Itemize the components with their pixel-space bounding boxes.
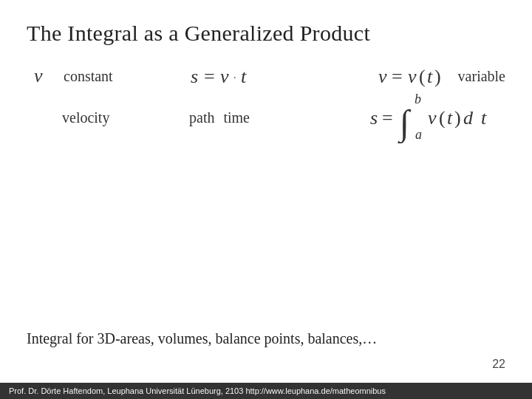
svg-text:): ) <box>454 107 461 129</box>
svg-text:d: d <box>463 107 474 129</box>
footer-bar: Prof. Dr. Dörte Haftendom, Leuphana Univ… <box>0 383 532 399</box>
svg-text:s: s <box>191 66 198 87</box>
svg-text:v: v <box>428 107 437 129</box>
vvt-formula-svg: v = v ( t ) <box>377 62 451 90</box>
row2-mid: path time <box>189 109 250 126</box>
svg-text:v: v <box>408 66 417 87</box>
svg-text:v: v <box>220 66 229 87</box>
footer-text: Prof. Dr. Dörte Haftendom, Leuphana Univ… <box>9 386 386 395</box>
label-constant: constant <box>64 68 113 85</box>
svg-text:t: t <box>447 107 453 129</box>
row1-left: v constant <box>34 65 182 87</box>
svg-text:=: = <box>392 66 403 87</box>
svg-text:=: = <box>382 107 393 129</box>
svg-text:a: a <box>415 127 422 142</box>
svg-text:t: t <box>241 66 247 87</box>
svg-text:(: ( <box>439 107 446 129</box>
svg-text:b: b <box>415 92 421 106</box>
svg-text:): ) <box>434 66 441 87</box>
integral-formula: s = ∫ b a v ( t ) d t <box>369 92 505 143</box>
label-velocity: velocity <box>62 109 109 126</box>
page-number: 22 <box>492 358 505 371</box>
label-variable: variable <box>458 68 505 85</box>
row2-left: velocity <box>34 109 182 126</box>
row2: velocity path time s = ∫ b a <box>34 92 505 143</box>
svg-text:s: s <box>370 107 378 129</box>
label-time: time <box>223 109 250 126</box>
svg-text:t: t <box>481 107 487 129</box>
svg-text:(: ( <box>419 66 426 87</box>
v-symbol: v <box>34 65 55 87</box>
bottom-text: Integral for 3D-areas, volumes, balance … <box>27 330 377 347</box>
svg-text:v: v <box>378 66 387 87</box>
svt-formula-svg: s = v · t <box>189 62 263 90</box>
label-path: path <box>189 109 214 126</box>
svg-text:t: t <box>427 66 433 87</box>
svg-text:=: = <box>204 66 215 87</box>
row1-right: v = v ( t ) variable <box>377 62 505 90</box>
svg-text:∫: ∫ <box>398 103 412 143</box>
integral-formula-svg: s = ∫ b a v ( t ) d t <box>369 92 505 143</box>
slide-title: The Integral as a Generalized Product <box>27 21 505 46</box>
content-area: v constant s = v · t v = v <box>27 62 505 143</box>
slide: The Integral as a Generalized Product v … <box>0 0 532 399</box>
svg-text:·: · <box>233 72 236 83</box>
formula-svt: s = v · t <box>189 62 263 90</box>
row1: v constant s = v · t v = v <box>34 62 505 90</box>
